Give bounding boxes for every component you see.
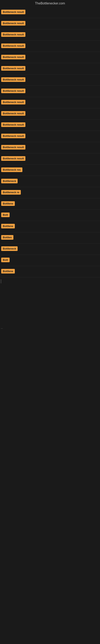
bottleneck-badge[interactable]: Bottleneck — [1, 246, 18, 251]
list-item: Bottleneck result — [0, 142, 100, 153]
list-item: Bottleneck res — [0, 164, 100, 176]
list-item: Bott — [0, 255, 100, 266]
bottleneck-badge[interactable]: Bottleneck result — [1, 100, 25, 104]
list-item: Bottleneck result — [0, 153, 100, 164]
bottleneck-badge[interactable]: Bottlene — [1, 201, 15, 206]
bottleneck-badge[interactable]: Bottleneck result — [1, 21, 25, 26]
list-item: Bottleneck result — [0, 86, 100, 97]
small-indicator: ... — [0, 326, 100, 330]
list-item: Bottleneck result — [0, 131, 100, 142]
list-item: Bottleneck result — [0, 7, 100, 18]
list-item: Bottleneck re — [0, 187, 100, 198]
list-item: Bottlene — [0, 198, 100, 210]
list-item: Bottleneck result — [0, 74, 100, 86]
bottleneck-badge[interactable]: Bottleneck result — [1, 111, 25, 116]
site-title: TheBottlenecker.com — [0, 0, 100, 7]
bottleneck-badge[interactable]: Bottlene — [1, 269, 15, 274]
section-divider — [1, 279, 100, 283]
bottleneck-badge[interactable]: Bottleneck result — [1, 77, 25, 82]
bottleneck-list: Bottleneck resultBottleneck resultBottle… — [0, 7, 100, 277]
bottleneck-badge[interactable]: Bottleneck result — [1, 122, 25, 127]
list-item: Bott — [0, 210, 100, 221]
bottleneck-badge[interactable]: Bottleneck result — [1, 10, 25, 14]
list-item: Bottleneck result — [0, 63, 100, 74]
list-item: Bottleneck result — [0, 97, 100, 108]
bottleneck-badge[interactable]: Bottleneck result — [1, 134, 25, 138]
list-item: Bottlen — [0, 232, 100, 244]
bottleneck-badge[interactable]: Bottleneck res — [1, 168, 22, 172]
list-item: Bottleneck — [0, 176, 100, 187]
bottleneck-badge[interactable]: Bottleneck result — [1, 32, 25, 37]
bottleneck-badge[interactable]: Bottleneck result — [1, 55, 25, 59]
bottleneck-badge[interactable]: Bottleneck result — [1, 66, 25, 71]
list-item: Bottleneck result — [0, 120, 100, 131]
bottleneck-badge[interactable]: Bottlene — [1, 224, 15, 228]
bottleneck-badge[interactable]: Bottleneck — [1, 179, 18, 183]
bottleneck-badge[interactable]: Bottleneck result — [1, 44, 25, 48]
list-item: Bottlene — [0, 221, 100, 232]
bottleneck-badge[interactable]: Bottleneck result — [1, 88, 25, 93]
list-item: Bottleneck result — [0, 108, 100, 120]
list-item: Bottlene — [0, 266, 100, 277]
bottleneck-badge[interactable]: Bottleneck result — [1, 156, 25, 161]
list-item: Bottleneck result — [0, 30, 100, 41]
bottleneck-badge[interactable]: Bottleneck result — [1, 145, 25, 150]
list-item: Bottleneck result — [0, 41, 100, 52]
list-item: Bottleneck result — [0, 52, 100, 63]
list-item: Bottleneck — [0, 244, 100, 255]
list-item: Bottleneck result — [0, 18, 100, 30]
bottleneck-badge[interactable]: Bott — [1, 212, 10, 217]
site-title-text: TheBottlenecker.com — [35, 2, 65, 5]
bottleneck-badge[interactable]: Bott — [1, 258, 10, 262]
bottleneck-badge[interactable]: Bottlen — [1, 235, 13, 240]
bottleneck-badge[interactable]: Bottleneck re — [1, 190, 21, 194]
